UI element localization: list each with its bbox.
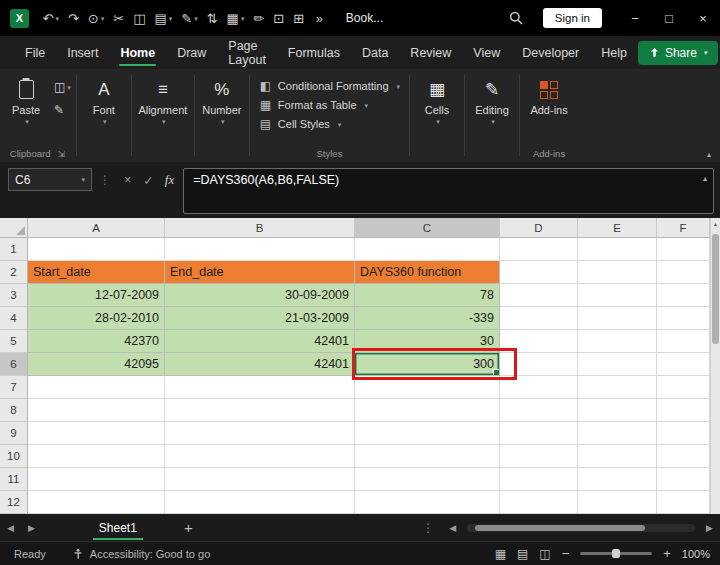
col-header-d[interactable]: D — [500, 218, 578, 238]
cell[interactable] — [28, 445, 165, 468]
cell[interactable] — [355, 468, 500, 491]
cell[interactable] — [165, 238, 355, 261]
tab-home[interactable]: Home — [109, 36, 166, 69]
cell[interactable] — [578, 353, 657, 376]
cell-styles-button[interactable]: ▤ Cell Styles ▾ — [259, 117, 400, 131]
cell[interactable] — [500, 353, 578, 376]
cell[interactable] — [500, 445, 578, 468]
cell[interactable] — [657, 307, 710, 330]
sheet-tab-sheet1[interactable]: Sheet1 — [84, 514, 152, 541]
zoom-out-button[interactable]: − — [562, 546, 570, 561]
col-header-a[interactable]: A — [28, 218, 165, 238]
sort-icon[interactable]: ⇅ — [207, 12, 218, 25]
copy-icon[interactable]: ◫ — [133, 12, 145, 25]
cell-C3[interactable]: 78 — [355, 284, 500, 307]
col-header-f[interactable]: F — [657, 218, 710, 238]
cell[interactable] — [500, 238, 578, 261]
camera-icon[interactable]: ⊡ — [273, 12, 284, 25]
cell[interactable] — [500, 307, 578, 330]
zoom-slider-thumb[interactable] — [612, 549, 620, 558]
cell-B3[interactable]: 30-09-2009 — [165, 284, 355, 307]
name-box[interactable]: C6 ▾ — [8, 168, 92, 191]
format-painter-icon[interactable]: ✎▾ — [181, 12, 197, 25]
col-header-c[interactable]: C — [355, 218, 500, 238]
minimize-button[interactable]: − — [618, 0, 652, 36]
more-commands-icon[interactable]: » — [316, 11, 323, 26]
horizontal-scrollbar[interactable] — [467, 524, 695, 532]
scroll-up-icon[interactable]: ▴ — [711, 220, 720, 227]
formula-input[interactable]: =DAYS360(A6,B6,FALSE) ▴ — [183, 168, 714, 214]
cell-A6[interactable]: 42095 — [28, 353, 165, 376]
tab-help[interactable]: Help — [590, 36, 638, 69]
cell[interactable] — [165, 422, 355, 445]
font-button[interactable]: A Font ▾ — [78, 72, 130, 145]
cell[interactable] — [578, 376, 657, 399]
cell[interactable] — [500, 468, 578, 491]
vertical-scrollbar-thumb[interactable] — [712, 234, 719, 344]
borders-icon[interactable]: ⊞ — [293, 12, 304, 25]
cell[interactable] — [578, 422, 657, 445]
cell[interactable] — [355, 422, 500, 445]
row-header-6[interactable]: 6 — [0, 353, 28, 376]
prev-sheet-icon[interactable]: ◀ — [7, 523, 14, 533]
cell[interactable] — [355, 445, 500, 468]
cut-icon[interactable]: ✂ — [113, 12, 124, 25]
tab-data[interactable]: Data — [351, 36, 399, 69]
close-button[interactable]: × — [686, 0, 720, 36]
cell[interactable] — [578, 399, 657, 422]
cell[interactable] — [165, 468, 355, 491]
horizontal-scrollbar-thumb[interactable] — [475, 525, 645, 531]
hscroll-right-icon[interactable]: ▶ — [706, 523, 713, 533]
tab-page-layout[interactable]: Page Layout — [217, 36, 277, 69]
conditional-formatting-button[interactable]: ◧ Conditional Formatting ▾ — [259, 79, 400, 93]
col-header-b[interactable]: B — [165, 218, 355, 238]
cells-button[interactable]: ▦ Cells ▾ — [411, 72, 463, 145]
cell-A3[interactable]: 12-07-2009 — [28, 284, 165, 307]
cell[interactable] — [578, 284, 657, 307]
tab-file[interactable]: File — [14, 36, 56, 69]
cell[interactable] — [500, 399, 578, 422]
page-layout-view-icon[interactable]: ▤ — [517, 547, 528, 561]
cell-B2[interactable]: End_date — [165, 261, 355, 284]
cell-C5[interactable]: 30 — [355, 330, 500, 353]
zoom-slider[interactable] — [580, 552, 652, 555]
dialog-launcher-icon[interactable]: ⇲ — [57, 149, 65, 159]
cell[interactable] — [28, 399, 165, 422]
cell[interactable] — [28, 468, 165, 491]
cancel-icon[interactable]: × — [124, 173, 131, 187]
vertical-scrollbar[interactable]: ▴ — [710, 218, 720, 514]
editing-button[interactable]: ✎ Editing ▾ — [466, 72, 518, 145]
cell[interactable] — [657, 284, 710, 307]
cell[interactable] — [355, 399, 500, 422]
row-header-9[interactable]: 9 — [0, 422, 28, 445]
cell[interactable] — [657, 376, 710, 399]
cell-A2[interactable]: Start_date — [28, 261, 165, 284]
tab-draw[interactable]: Draw — [166, 36, 217, 69]
row-header-4[interactable]: 4 — [0, 307, 28, 330]
tab-insert[interactable]: Insert — [56, 36, 109, 69]
collapse-ribbon-icon[interactable]: ▴ — [707, 150, 711, 159]
formula-bar-expand-icon[interactable]: ▴ — [703, 174, 707, 183]
cell[interactable] — [355, 238, 500, 261]
cell[interactable] — [578, 238, 657, 261]
cell-C4[interactable]: -339 — [355, 307, 500, 330]
select-all-button[interactable] — [0, 218, 28, 238]
cell[interactable] — [28, 422, 165, 445]
zoom-in-button[interactable]: + — [663, 546, 671, 561]
sheet-options-icon[interactable]: ⋮ — [422, 521, 434, 535]
col-header-e[interactable]: E — [578, 218, 657, 238]
format-painter-button[interactable]: ✎ — [54, 103, 71, 117]
cell[interactable] — [657, 399, 710, 422]
cell[interactable] — [500, 491, 578, 514]
cell-C6-selected[interactable]: 300 — [355, 353, 500, 376]
tab-formulas[interactable]: Formulas — [277, 36, 351, 69]
cell-A5[interactable]: 42370 — [28, 330, 165, 353]
touch-mode-icon[interactable]: ⊙▾ — [88, 12, 104, 25]
tab-developer[interactable]: Developer — [511, 36, 590, 69]
page-break-view-icon[interactable]: ◫ — [539, 547, 550, 561]
redo-icon[interactable]: ↷ — [68, 12, 79, 25]
cell-B6[interactable]: 42401 — [165, 353, 355, 376]
share-button[interactable]: Share ▾ — [638, 41, 719, 65]
cell-A4[interactable]: 28-02-2010 — [28, 307, 165, 330]
cell-B5[interactable]: 42401 — [165, 330, 355, 353]
